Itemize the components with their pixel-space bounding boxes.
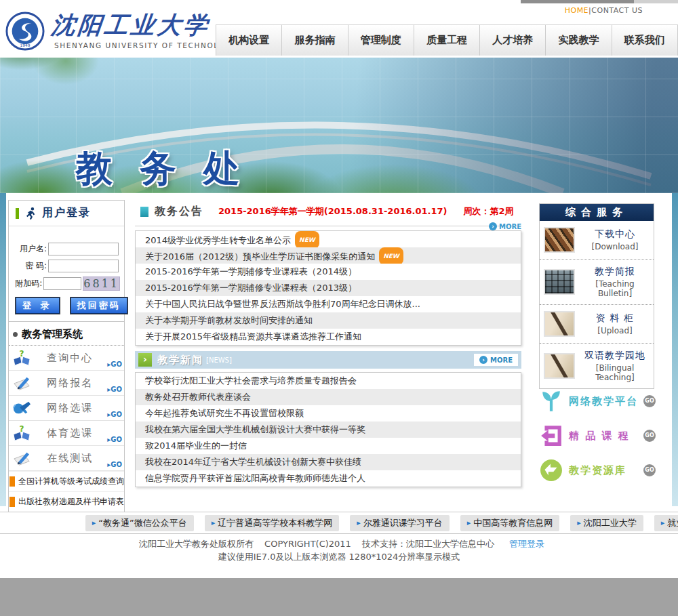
footer: 沈阳工业大学教务处版权所有COPYRIGHT(C)2011技术支持：沈阳工业大学… xyxy=(0,537,678,563)
link-textbook-sample-application[interactable]: 出版社教材选题及样书申请表 xyxy=(9,491,124,512)
service-title: 下载中心 xyxy=(580,228,650,241)
arrow-icon: ▸ xyxy=(577,518,581,527)
mgmt-header: 教务管理系统 xyxy=(9,322,124,346)
go-badge[interactable]: GO xyxy=(643,430,656,442)
banner: 教务处 TEACHING AFFAIRS OFFICE xyxy=(0,58,678,193)
link-china-higher-edu-net[interactable]: ▸中国高等教育信息网 xyxy=(460,515,560,531)
copyright-text: 沈阳工业大学教务处版权所有 xyxy=(139,539,254,549)
link-employment-info-net[interactable]: ▸就业信息网 xyxy=(654,515,678,531)
nav-item-management-rules[interactable]: 管理制度 xyxy=(348,25,414,56)
import-arrow-icon xyxy=(539,424,563,447)
pen-paper-icon xyxy=(11,374,33,392)
nav-item-quality-project[interactable]: 质量工程 xyxy=(414,25,480,56)
login-header: 用户登录 xyxy=(9,201,124,226)
university-logo[interactable]: 1949 沈阳工业大学 SHENYANG UNIVERSITY OF TECHN… xyxy=(5,12,237,51)
news-item[interactable]: 学校举行沈阳工业大学社会需求与培养质量专题报告会 xyxy=(136,373,521,389)
login-button[interactable]: 登 录 xyxy=(16,297,60,314)
mgmt-item-online-test[interactable]: 在线测试 ▸GO xyxy=(9,446,124,471)
nav-item-practice-teaching[interactable]: 实践教学 xyxy=(546,25,612,56)
mgmt-title: 教务管理系统 xyxy=(22,328,83,341)
service-subtitle: [Teaching Bulletin] xyxy=(580,279,650,298)
announcements-more-link[interactable]: › MORE xyxy=(489,222,521,230)
news-more-link[interactable]: › MORE xyxy=(474,354,518,366)
mgmt-item-pe-course-selection[interactable]: ? 体育选课 ▸GO xyxy=(9,421,124,446)
arrow-icon: ▸ xyxy=(467,518,471,527)
top-links: HOME|CONTACT US xyxy=(565,6,643,15)
news-header: › 教学新闻 [NEWS] › MORE xyxy=(135,351,521,369)
announcement-item[interactable]: 2014级学业优秀学生转专业名单公示NEW xyxy=(136,231,521,247)
go-link[interactable]: ▸GO xyxy=(107,361,122,368)
go-link[interactable]: ▸GO xyxy=(107,411,122,418)
week-text: 周次：第2周 xyxy=(464,205,514,218)
user-login-box: 用户登录 用户名: 密 码: 附加码: 6811 登 录 找回密码 xyxy=(8,200,125,324)
news-item[interactable]: 教务处召开教师代表座谈会 xyxy=(136,389,521,405)
platform-excellent-courses[interactable]: 精 品 课 程 GO xyxy=(539,424,656,447)
link-liaoning-teaching-net[interactable]: ▸辽宁普通高等学校本科教学网 xyxy=(205,515,340,531)
go-link[interactable]: ▸GO xyxy=(107,436,122,443)
mgmt-item-online-registration[interactable]: 网络报名 ▸GO xyxy=(9,371,124,396)
service-item-teaching-bulletin[interactable]: 教学简报[Teaching Bulletin] xyxy=(540,260,654,305)
announcement-item[interactable]: 关于2016届（2012级）预毕业生学历证书图像采集的通知NEW xyxy=(136,247,521,264)
news-item[interactable]: 致2014届毕业生的一封信 xyxy=(136,438,521,454)
green-arrow-icon: › xyxy=(138,353,152,367)
news-item[interactable]: 今年起推荐免试研究生不再设置留校限额 xyxy=(136,405,521,422)
nav-item-organization[interactable]: 机构设置 xyxy=(216,25,282,56)
green-bar-icon xyxy=(16,208,19,219)
platform-online-teaching[interactable]: 网络教学平台 GO xyxy=(539,390,656,413)
mgmt-item-label: 网络报名 xyxy=(33,377,107,390)
mgmt-item-label: 在线测试 xyxy=(33,452,107,465)
book-question-icon: ? xyxy=(11,349,33,367)
announcement-item[interactable]: 关于中国人民抗日战争暨世界反法西斯战争胜利70周年纪念日调休放... xyxy=(136,296,521,312)
service-item-upload-cabinet[interactable]: 资 料 柜[Upload] xyxy=(540,305,654,344)
arrow-icon: ▸ xyxy=(357,518,361,527)
mgmt-item-course-selection[interactable]: 网络选课 ▸GO xyxy=(9,396,124,421)
retrieve-password-button[interactable]: 找回密码 xyxy=(71,297,127,314)
right-edge-strip xyxy=(672,193,678,506)
teal-square-icon xyxy=(140,207,148,217)
university-name-en: SHENYANG UNIVERSITY OF TECHNOLOGY xyxy=(54,41,237,49)
admin-login-link[interactable]: 管理登录 xyxy=(509,539,544,549)
announcement-item[interactable]: 关于开展2015年省级精品资源共享课遴选推荐工作通知 xyxy=(136,329,521,345)
services-title: 综合服务 xyxy=(540,204,654,221)
announcement-item[interactable]: 2015-2016学年第一学期辅修专业课程表（2014级） xyxy=(136,264,521,280)
banner-title: 教务处 xyxy=(76,144,267,193)
pencils-thumbnail xyxy=(544,227,575,253)
nav-item-service-guide[interactable]: 服务指南 xyxy=(282,25,348,56)
service-item-download-center[interactable]: 下载中心[Download] xyxy=(540,221,654,260)
captcha-input[interactable] xyxy=(43,277,81,290)
new-badge: NEW xyxy=(379,247,403,264)
semester-text: 2015-2016学年第一学期(2015.08.31-2016.01.17) xyxy=(218,205,447,218)
link-erya-platform[interactable]: ▸尔雅通识课学习平台 xyxy=(350,515,450,531)
nav-item-contact[interactable]: 联系我们 xyxy=(612,25,678,56)
go-link[interactable]: ▸GO xyxy=(107,386,122,393)
platform-teaching-resources[interactable]: 教学资源库 GO xyxy=(539,459,656,482)
footer-line1: 沈阳工业大学教务处版权所有COPYRIGHT(C)2011技术支持：沈阳工业大学… xyxy=(0,537,678,550)
mgmt-item-query-center[interactable]: ? 查询中心 ▸GO xyxy=(9,346,124,371)
service-title: 双语教学园地 xyxy=(580,350,650,362)
link-sut-home[interactable]: ▸沈阳工业大学 xyxy=(570,515,643,531)
contact-us-link[interactable]: CONTACT US xyxy=(591,6,643,15)
go-link[interactable]: ▸GO xyxy=(107,461,122,468)
password-input[interactable] xyxy=(48,260,119,272)
mgmt-item-label: 体育选课 xyxy=(33,427,107,440)
news-item[interactable]: 我校在第六届全国大学生机械创新设计大赛中获得一等奖 xyxy=(136,422,521,438)
new-badge: NEW xyxy=(295,231,319,247)
nav-item-talent-training[interactable]: 人才培养 xyxy=(480,25,546,56)
service-item-bilingual-teaching[interactable]: 双语教学园地[Bilingual Teaching] xyxy=(540,344,654,388)
go-badge[interactable]: GO xyxy=(643,464,656,476)
news-list: 学校举行沈阳工业大学社会需求与培养质量专题报告会 教务处召开教师代表座谈会 今年… xyxy=(135,372,521,487)
top-light-gray-strip xyxy=(634,0,678,3)
announcement-item[interactable]: 2015-2016学年第一学期辅修专业课程表（2013级） xyxy=(136,280,521,296)
news-item[interactable]: 我校在2014年辽宁省大学生机械设计创新大赛中获佳绩 xyxy=(136,454,521,470)
username-input[interactable] xyxy=(48,243,119,255)
footer-line2: 建议使用IE7.0及以上版本浏览器 1280*1024分辨率显示模式 xyxy=(0,550,678,563)
keyboard-thumbnail xyxy=(544,269,575,295)
link-label: 出版社教材选题及样书申请表 xyxy=(18,496,124,508)
home-link[interactable]: HOME xyxy=(565,6,589,15)
link-computer-exam-score-query[interactable]: 全国计算机等级考试成绩查询 xyxy=(9,471,124,491)
announcement-item[interactable]: 关于本学期开学前教材发放时间安排的通知 xyxy=(136,312,521,329)
go-badge[interactable]: GO xyxy=(643,395,656,407)
news-item[interactable]: 信息学院贾丹平获评首届沈阳高校青年教师师德先进个人 xyxy=(136,470,521,487)
link-wechat-platform[interactable]: ▸“教务通”微信公众平台 xyxy=(85,515,194,531)
more-circle-icon: › xyxy=(479,356,487,364)
